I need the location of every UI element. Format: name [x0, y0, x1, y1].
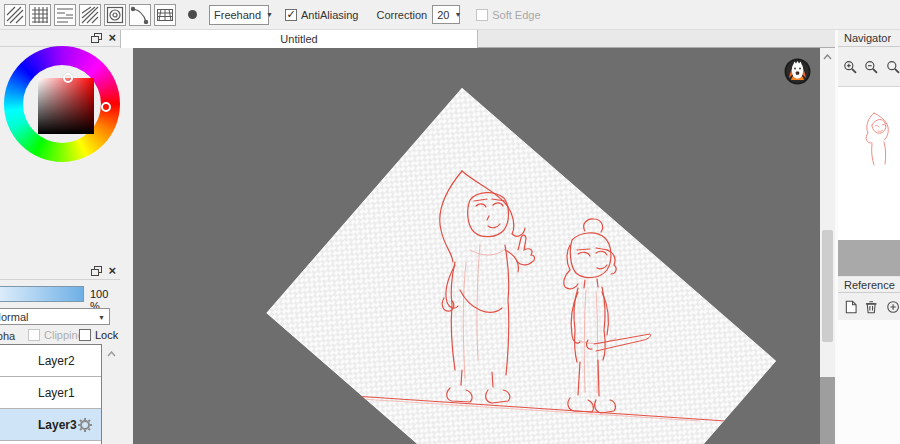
scrollbar-up-button[interactable] — [820, 50, 835, 64]
alpha-label: Alpha — [0, 330, 15, 342]
snap-circle-icon[interactable] — [104, 4, 126, 26]
layer-name: Layer3 — [38, 418, 77, 432]
chevron-up-icon — [107, 351, 116, 357]
layer-row-layer2[interactable]: Layer2 — [0, 345, 101, 377]
close-icon[interactable]: × — [108, 264, 116, 277]
layer-opacity-slider[interactable] — [0, 286, 84, 302]
canvas-viewport[interactable] — [133, 48, 820, 444]
freehand-dropdown-value: Freehand — [214, 9, 261, 21]
antialiasing-option[interactable]: ✓ AntiAliasing — [285, 9, 358, 21]
sketch-drawing — [133, 48, 820, 444]
lock-checkbox[interactable] — [79, 329, 91, 341]
chevron-down-icon: ▼ — [454, 11, 461, 18]
delete-reference-icon[interactable] — [865, 299, 877, 315]
new-reference-icon[interactable] — [845, 299, 857, 315]
navigator-background-area — [838, 240, 900, 276]
float-panel-icon[interactable] — [91, 266, 102, 276]
correction-value: 20 — [437, 9, 449, 21]
layers-panel-header: × — [0, 263, 120, 280]
chevron-up-icon — [823, 54, 832, 60]
top-toolbar: Freehand ▼ ✓ AntiAliasing Correction 20 … — [0, 0, 900, 30]
soft-edge-checkbox — [476, 9, 488, 21]
tab-untitled[interactable]: Untitled — [120, 30, 478, 48]
antialiasing-checkbox[interactable]: ✓ — [285, 9, 297, 21]
soft-edge-option: Soft Edge — [476, 9, 540, 21]
lock-option[interactable]: Lock — [79, 329, 118, 341]
reference-title: Reference — [844, 279, 895, 291]
snap-perspective-icon[interactable] — [154, 4, 176, 26]
layers-panel: × 100 % Normal ▼ Alpha Clipping Lock Lay… — [0, 263, 120, 444]
chevron-down-icon: ▼ — [98, 314, 105, 321]
layer-name: Layer2 — [38, 354, 75, 368]
hue-cursor[interactable] — [101, 102, 111, 112]
firealpaca-window: { "toolbar": { "freehand_label": "Freeha… — [0, 0, 900, 444]
navigator-title: Navigator — [844, 32, 891, 44]
brush-size-dot-icon[interactable] — [188, 10, 197, 19]
snap-tool-group — [4, 4, 176, 26]
scrollbar-lower-block — [820, 377, 835, 444]
correction-dropdown[interactable]: 20 ▼ — [432, 5, 460, 24]
layer-row-layer3[interactable]: Layer3 — [0, 409, 101, 441]
layer-list-scroll-up[interactable] — [105, 347, 118, 361]
saturation-value-square[interactable] — [38, 78, 94, 134]
soft-edge-label: Soft Edge — [492, 9, 540, 21]
reference-panel-header: Reference — [838, 276, 900, 293]
close-icon[interactable]: × — [108, 31, 116, 44]
correction-label: Correction — [376, 9, 427, 21]
snap-radial-icon[interactable] — [79, 4, 101, 26]
layer-options-row: Alpha Clipping Lock — [0, 329, 120, 343]
chevron-down-icon: ▼ — [266, 11, 273, 18]
blend-mode-value: Normal — [0, 311, 28, 323]
snap-parallel-icon[interactable] — [4, 4, 26, 26]
layer-list: Layer2 Layer1 Layer3 — [0, 344, 102, 444]
lock-label: Lock — [95, 329, 118, 341]
layer-name: Layer1 — [38, 386, 75, 400]
float-panel-icon[interactable] — [91, 33, 102, 43]
clipping-checkbox — [28, 329, 40, 341]
reference-content-area — [838, 320, 900, 444]
clipping-label: Clipping — [44, 329, 84, 341]
scrollbar-thumb[interactable] — [822, 230, 833, 342]
freehand-dropdown[interactable]: Freehand ▼ — [209, 5, 269, 25]
color-panel: × — [0, 30, 120, 263]
clipping-option: Clipping — [28, 329, 84, 341]
right-panel-column: Navigator Reference — [838, 30, 900, 444]
reference-zoom-icon[interactable] — [886, 299, 900, 315]
sv-cursor[interactable] — [63, 73, 73, 83]
firealpaca-mascot-icon — [784, 58, 811, 85]
canvas-vertical-scrollbar[interactable] — [820, 48, 835, 444]
tab-title: Untitled — [280, 33, 317, 45]
color-panel-header: × — [0, 30, 120, 47]
zoom-in-icon[interactable] — [843, 59, 857, 75]
document-tab-bar: Untitled — [120, 30, 838, 48]
snap-horizontal-icon[interactable] — [54, 4, 76, 26]
snap-curve-icon[interactable] — [129, 4, 151, 26]
zoom-out-icon[interactable] — [864, 59, 878, 75]
navigator-toolbar — [838, 48, 900, 86]
zoom-reset-icon[interactable] — [886, 59, 900, 75]
antialiasing-label: AntiAliasing — [301, 9, 358, 21]
reference-toolbar — [838, 294, 900, 320]
layer-row-layer1[interactable]: Layer1 — [0, 377, 101, 409]
navigator-panel-header: Navigator — [838, 30, 900, 47]
navigator-thumbnail[interactable] — [838, 86, 900, 240]
navigator-preview-sketch — [838, 87, 900, 241]
blend-mode-dropdown[interactable]: Normal ▼ — [0, 308, 110, 325]
color-wheel[interactable] — [4, 46, 120, 162]
layer-settings-gear-icon[interactable] — [77, 417, 93, 433]
snap-grid-icon[interactable] — [29, 4, 51, 26]
